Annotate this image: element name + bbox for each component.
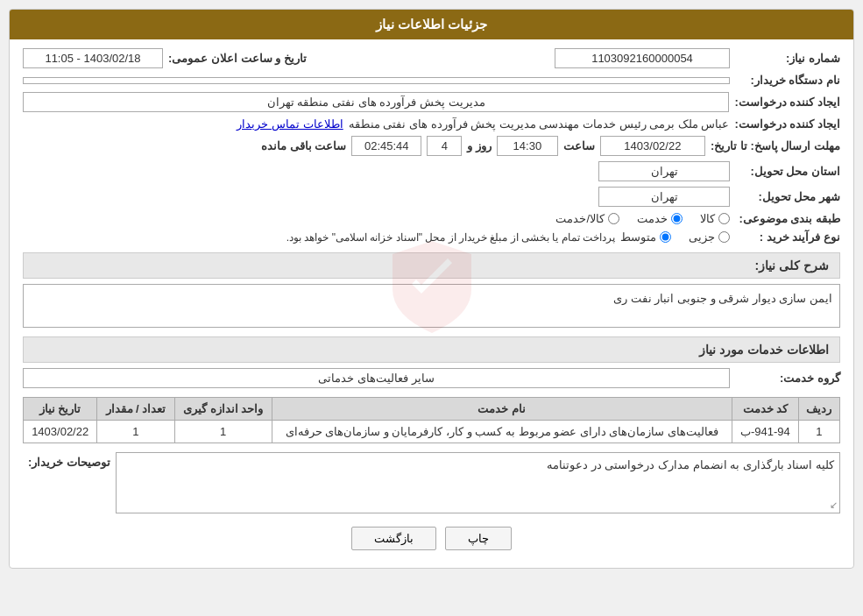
radio-tabaghebandi: کالا خدمت کالا/خدمت (555, 212, 730, 225)
row-tabaghebandi: طبقه بندی موضوعی: کالا خدمت کالا/خدمت (23, 212, 840, 225)
row-shahrTahvil: شهر محل تحویل: تهران (23, 187, 840, 207)
text-toseihKhridar: کلیه اسناد بارگذاری به انضمام مدارک درخو… (547, 458, 834, 471)
value-groheKhadamat: سایر فعالیت‌های خدماتی (23, 368, 730, 388)
th-radif: ردیف (798, 398, 839, 421)
radio-jozi-input[interactable] (718, 231, 730, 243)
value-sharhKolliNiaz: ایمن سازی دیوار شرقی و جنوبی انبار نفت ر… (23, 284, 840, 328)
value-mohlatDate: 1403/02/22 (600, 136, 705, 156)
th-vahed: واحد اندازه گیری (174, 398, 272, 421)
page-title: جزئیات اطلاعات نیاز (376, 17, 487, 32)
value-ijadKonande: مدیریت پخش فرآورده های نفتی منطقه تهران (23, 92, 729, 112)
td-tedad: 1 (97, 421, 174, 443)
row-ijadKonandeDetail: ایجاد کننده درخواست: عباس ملک برمی رئیس … (23, 117, 840, 131)
value-toseihKhridar: کلیه اسناد بارگذاری به انضمام مدارک درخو… (116, 452, 840, 513)
radio-kala-khadamat-label: کالا/خدمت (555, 212, 605, 225)
th-tedad: تعداد / مقدار (97, 398, 174, 421)
label-mohlatErsalPasokh: مهلت ارسال پاسخ: تا تاریخ: (711, 139, 840, 152)
th-kodKhadamat: کد خدمت (732, 398, 798, 421)
th-namKhadamat: نام خدمت (272, 398, 732, 421)
row-mohlatErsalPasokh: مهلت ارسال پاسخ: تا تاریخ: 1403/02/22 سا… (23, 136, 840, 156)
radio-kala-khadamat: کالا/خدمت (555, 212, 619, 225)
table-section: ردیف کد خدمت نام خدمت واحد اندازه گیری ت… (23, 397, 840, 443)
radio-motevaset-input[interactable] (660, 231, 671, 243)
value-namDastgah (23, 77, 730, 84)
td-namKhadamat: فعالیت‌های سازمان‌های دارای عضو مربوط به… (272, 421, 732, 443)
page-wrapper: جزئیات اطلاعات نیاز شماره نیاز: 11030921… (0, 0, 863, 616)
td-tarikh: 1403/02/22 (24, 421, 97, 443)
radio-khadamat: خدمت (637, 212, 683, 225)
section-title-sharhKolliNiaz: شرح کلی نیاز: (755, 258, 829, 273)
label-groheKhadamat: گروه خدمت: (735, 372, 840, 385)
page-header: جزئیات اطلاعات نیاز (10, 10, 853, 39)
row-noefarayand: نوع فرآیند خرید : جزیی متوسط پرداخت تمام… (23, 230, 840, 244)
text-sharhKolliNiaz: ایمن سازی دیوار شرقی و جنوبی انبار نفت ر… (613, 292, 832, 305)
th-tarikh: تاریخ نیاز (24, 398, 97, 421)
label-roozVa: روز و (467, 139, 492, 152)
label-ijadKonande: ایجاد کننده درخواست: (734, 96, 840, 109)
radio-jozi-label: جزیی (689, 230, 715, 244)
td-vahed: 1 (174, 421, 272, 443)
section-header-khadamat: اطلاعات خدمات مورد نیاز (23, 336, 840, 363)
value-saatBaqi: 02:45:44 (351, 136, 421, 156)
chap-button[interactable]: چاپ (445, 527, 512, 550)
label-estanTahvil: استان محل تحویل: (735, 165, 840, 178)
td-kodKhadamat: 941-94-ب (732, 421, 798, 443)
radio-khadamat-label: خدمت (637, 212, 668, 225)
radio-noefarayand: جزیی متوسط (620, 230, 730, 244)
label-shomareNiaz: شماره نیاز: (735, 52, 840, 65)
label-saatBaqi: ساعت باقی مانده (261, 139, 346, 152)
value-rooz: 4 (427, 136, 462, 156)
radio-kala-input[interactable] (718, 213, 730, 224)
value-tarikhElan: 1403/02/18 - 11:05 (23, 48, 163, 68)
radio-motevaset: متوسط (620, 230, 671, 244)
link-ijtamasKhridar[interactable]: اطلاعات تماس خریدار (237, 117, 343, 131)
noefarayand-note: پرداخت تمام یا بخشی از مبلغ خریدار از مح… (286, 231, 615, 244)
radio-khadamat-input[interactable] (671, 213, 683, 224)
radio-kala-label: کالا (700, 212, 715, 225)
radio-motevaset-label: متوسط (620, 230, 656, 244)
label-tabaghebandi: طبقه بندی موضوعی: (735, 212, 840, 225)
value-ijadKonandeDetail: عباس ملک برمی رئیس خدمات مهندسی مدیریت پ… (349, 117, 730, 131)
label-saat: ساعت (563, 139, 595, 152)
row-toseihKhridar: کلیه اسناد بارگذاری به انضمام مدارک درخو… (23, 452, 840, 513)
td-radif: 1 (798, 421, 839, 443)
table-header-row: ردیف کد خدمت نام خدمت واحد اندازه گیری ت… (24, 398, 840, 421)
value-shahrTahvil: تهران (598, 187, 730, 207)
radio-kala-khadamat-input[interactable] (608, 213, 619, 224)
services-table: ردیف کد خدمت نام خدمت واحد اندازه گیری ت… (23, 397, 840, 443)
main-card: جزئیات اطلاعات نیاز شماره نیاز: 11030921… (9, 9, 854, 569)
row-groheKhadamat: گروه خدمت: سایر فعالیت‌های خدماتی (23, 368, 840, 388)
table-row: 1 941-94-ب فعالیت‌های سازمان‌های دارای ع… (24, 421, 840, 443)
value-estanTahvil: تهران (598, 161, 730, 181)
radio-jozi: جزیی (689, 230, 730, 244)
row-ijadKonande: ایجاد کننده درخواست: مدیریت پخش فرآورده … (23, 92, 840, 112)
content-area: شماره نیاز: 1103092160000054 تاریخ و ساع… (10, 39, 853, 568)
value-shomareNiaz: 1103092160000054 (555, 48, 730, 68)
row-namDastgah: نام دستگاه خریدار: (23, 74, 840, 87)
section-title-khadamat: اطلاعات خدمات مورد نیاز (699, 343, 829, 357)
label-ijadKonandeDetail: ایجاد کننده درخواست: (734, 117, 840, 131)
row-shomareNiaz: شماره نیاز: 1103092160000054 تاریخ و ساع… (23, 48, 840, 68)
label-toseihKhridar: توصیحات خریدار: (23, 452, 110, 469)
value-mohlatSaat: 14:30 (497, 136, 558, 156)
label-shahrTahvil: شهر محل تحویل: (735, 190, 840, 203)
bazgasht-button[interactable]: بازگشت (351, 527, 436, 550)
row-estanTahvil: استان محل تحویل: تهران (23, 161, 840, 181)
label-noefarayand: نوع فرآیند خرید : (735, 230, 840, 244)
buttons-row: چاپ بازگشت (23, 527, 840, 550)
radio-kala: کالا (700, 212, 730, 225)
resize-handle: ↙ (830, 499, 838, 511)
row-sharhKolliNiaz: ایمن سازی دیوار شرقی و جنوبی انبار نفت ر… (23, 284, 840, 328)
label-tarikhElan: تاریخ و ساعت اعلان عمومی: (168, 52, 307, 65)
section-header-sharhKolliNiaz: شرح کلی نیاز: (23, 252, 840, 279)
label-namDastgah: نام دستگاه خریدار: (735, 74, 840, 87)
